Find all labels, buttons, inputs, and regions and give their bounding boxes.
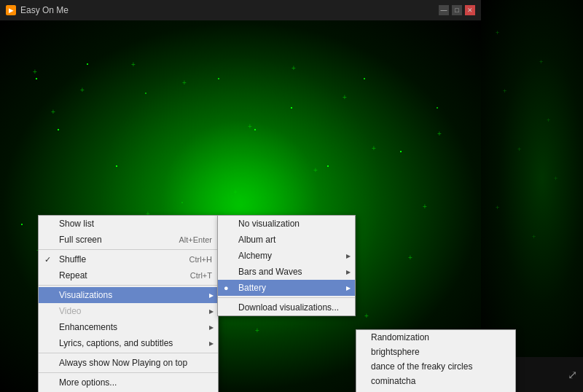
menu-shortcut-full-screen: Alt+Enter [179, 235, 212, 244]
menu-label-repeat: Repeat [59, 270, 87, 281]
checkmark-shuffle: ✓ [44, 255, 51, 264]
battery-label-brightsphere: brightsphere [371, 347, 420, 357]
vis-item-alchemy[interactable]: Alchemy [218, 248, 355, 264]
battery-item-cottonstar[interactable]: cottonstar [356, 388, 515, 392]
menu-item-video[interactable]: Video [39, 303, 218, 319]
title-bar: ▶ Easy On Me — □ ✕ [0, 0, 481, 20]
minimize-button[interactable]: — [439, 5, 449, 15]
battery-item-cominatcha[interactable]: cominatcha [356, 374, 515, 388]
vis-item-download[interactable]: Download visualizations... [218, 299, 355, 315]
vis-label-battery: Battery [238, 283, 266, 293]
vis-separator [218, 297, 355, 298]
context-menu: Show list Full screen Alt+Enter ✓ Shuffl… [38, 215, 219, 392]
menu-label-video: Video [59, 306, 81, 316]
menu-item-enhancements[interactable]: Enhancements [39, 319, 218, 335]
window-controls: — □ ✕ [439, 5, 475, 15]
menu-label-always-on-top: Always show Now Playing on top [59, 358, 187, 368]
separator-3 [39, 353, 218, 353]
menu-item-shuffle[interactable]: ✓ Shuffle Ctrl+H [39, 251, 218, 267]
battery-submenu: Randomization brightsphere dance of the … [356, 329, 516, 392]
menu-label-enhancements: Enhancements [59, 322, 117, 332]
vis-item-battery[interactable]: ● Battery [218, 280, 355, 296]
separator-1 [39, 249, 218, 250]
battery-label-cominatcha: cominatcha [371, 376, 415, 386]
separator-4 [39, 372, 218, 373]
app-icon: ▶ [6, 5, 16, 15]
menu-label-shuffle: Shuffle [59, 254, 86, 264]
vis-item-album-art[interactable]: Album art [218, 232, 355, 248]
vis-label-bars-waves: Bars and Waves [238, 267, 302, 277]
menu-label-visualizations: Visualizations [59, 290, 112, 300]
right-vis-area: + + + + + + + + [481, 0, 583, 357]
menu-item-more-options[interactable]: More options... [39, 375, 218, 391]
menu-item-lyrics[interactable]: Lyrics, captions, and subtitles [39, 335, 218, 351]
menu-item-repeat[interactable]: Repeat Ctrl+T [39, 267, 218, 283]
maximize-button[interactable]: □ [452, 5, 462, 15]
vis-label-alchemy: Alchemy [238, 251, 272, 261]
vis-label-album-art: Album art [238, 235, 275, 245]
close-button[interactable]: ✕ [465, 5, 475, 15]
menu-label-show-list: Show list [59, 219, 94, 229]
menu-shortcut-repeat: Ctrl+T [190, 271, 212, 280]
vis-submenu: No visualization Album art Alchemy Bars … [217, 215, 356, 316]
menu-item-visualizations[interactable]: Visualizations [39, 287, 218, 303]
battery-item-brightsphere[interactable]: brightsphere [356, 345, 515, 359]
menu-item-show-list[interactable]: Show list [39, 216, 218, 232]
separator-2 [39, 285, 218, 286]
window-title: Easy On Me [20, 5, 434, 15]
right-particles: + + + + + + + + [481, 0, 583, 357]
battery-item-dance-freaky[interactable]: dance of the freaky circles [356, 359, 515, 374]
vis-label-no-vis: No visualization [238, 219, 300, 229]
menu-label-lyrics: Lyrics, captions, and subtitles [59, 338, 173, 348]
battery-label-dance-freaky: dance of the freaky circles [371, 361, 472, 372]
vis-label-download: Download visualizations... [238, 302, 339, 313]
menu-shortcut-shuffle: Ctrl+H [189, 255, 212, 264]
menu-item-always-on-top[interactable]: Always show Now Playing on top [39, 355, 218, 371]
menu-label-more-options: More options... [59, 377, 117, 388]
menu-item-full-screen[interactable]: Full screen Alt+Enter [39, 232, 218, 248]
battery-label-randomization: Randomization [371, 332, 429, 342]
vis-item-no-vis[interactable]: No visualization [218, 216, 355, 232]
menu-label-full-screen: Full screen [59, 235, 102, 245]
expand-icon[interactable]: ⤢ [568, 368, 577, 382]
checkmark-battery: ● [224, 283, 229, 292]
vis-item-bars-waves[interactable]: Bars and Waves [218, 264, 355, 280]
battery-item-randomization[interactable]: Randomization [356, 330, 515, 345]
